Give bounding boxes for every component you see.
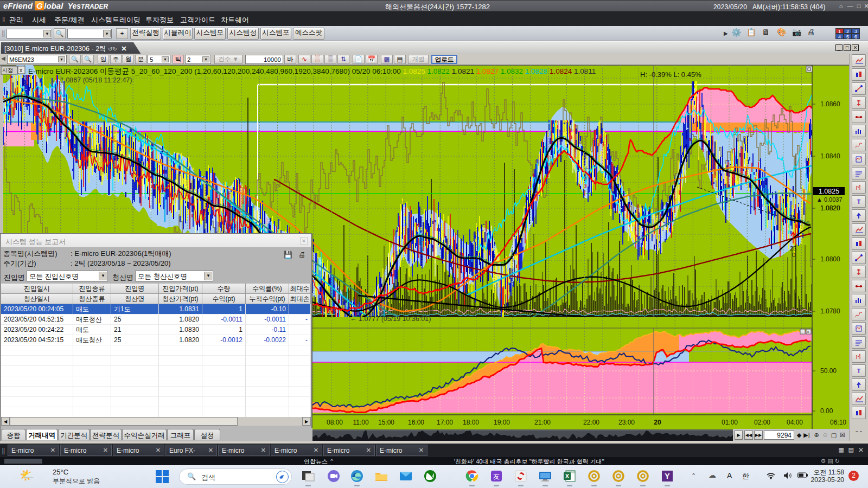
svg-text:19:00: 19:00 [494,419,510,426]
svg-text:x: x [20,67,22,73]
svg-text:08:00: 08:00 [327,419,343,426]
svg-text:16:00: 16:00 [408,419,424,426]
svg-text:0: 0 [792,252,795,258]
svg-text:▲ 0.0037: ▲ 0.0037 [816,196,843,203]
svg-text:-: - [801,329,803,334]
svg-text:02:00: 02:00 [754,419,770,426]
svg-text:11:00: 11:00 [353,419,368,426]
svg-text:25: 25 [790,245,796,252]
svg-text:1.0840: 1.0840 [820,152,840,160]
svg-text:18:00: 18:00 [463,419,479,426]
svg-text:1.0820: 1.0820 [820,204,840,212]
svg-text:T: T [857,199,860,205]
svg-text:T: T [857,368,860,374]
svg-text:E-micro EUR-202306 이동평균 5_20_6: E-micro EUR-202306 이동평균 5_20_60_120_200 … [28,67,596,75]
svg-text:23:00: 23:00 [618,419,635,426]
svg-text:X: X [565,473,570,479]
svg-text:← 1.0777 (05/19 10:36:01): ← 1.0777 (05/19 10:36:01) [350,315,431,323]
svg-text:21:00: 21:00 [534,419,551,426]
svg-text:50.00: 50.00 [820,367,837,375]
svg-text:H: -0.39% L: 0.45%: H: -0.39% L: 0.45% [640,70,701,79]
svg-text:22:00: 22:00 [583,419,599,426]
svg-text:0.00: 0.00 [820,407,833,415]
svg-text:20: 20 [654,419,661,426]
svg-text:1.0825: 1.0825 [819,188,839,195]
svg-text:1.0800: 1.0800 [820,255,840,263]
svg-text:x: x [807,329,809,334]
svg-text:04:00: 04:00 [787,419,803,426]
svg-text:25: 25 [789,214,796,220]
svg-text:15:00: 15:00 [378,419,394,426]
svg-text:06:10: 06:10 [830,419,846,426]
svg-text:友: 友 [493,473,500,480]
svg-text:1.0860: 1.0860 [820,100,840,108]
svg-text:01:00: 01:00 [722,419,738,426]
svg-text:시점: 시점 [2,67,13,73]
svg-text:17:00: 17:00 [437,419,453,426]
svg-text:1.0780: 1.0780 [820,307,840,315]
svg-text:← 1.0867 (05/18 11:22:47): ← 1.0867 (05/18 11:22:47) [52,76,132,84]
svg-text:Y: Y [665,472,670,480]
